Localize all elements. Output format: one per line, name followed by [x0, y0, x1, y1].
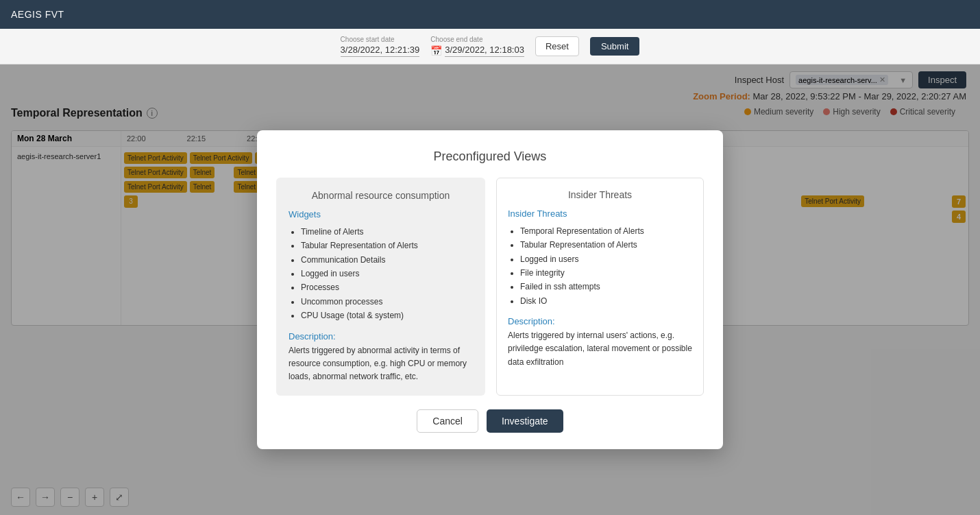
abnormal-resource-card[interactable]: Abnormal resource consumption Widgets Ti… [276, 178, 485, 396]
investigate-button[interactable]: Investigate [487, 409, 563, 433]
end-date-value[interactable]: 3/29/2022, 12:18:03 [445, 45, 524, 57]
card-right-widgets-list: Temporal Representation of Alerts Tabula… [508, 224, 692, 308]
reset-button[interactable]: Reset [535, 36, 579, 56]
list-item: Tabular Representation of Alerts [520, 238, 692, 252]
modal-title: Preconfigured Views [276, 149, 704, 164]
modal-footer: Cancel Investigate [276, 409, 704, 433]
list-item: Logged in users [301, 267, 473, 280]
submit-button[interactable]: Submit [590, 37, 639, 56]
list-item: Uncommon processes [301, 295, 473, 309]
start-date-label: Choose start date [341, 36, 420, 43]
card-right-subtitle: Insider Threats [508, 208, 692, 219]
list-item: Processes [301, 280, 473, 294]
calendar-icon: 📅 [430, 45, 442, 56]
card-left-widgets-list: Timeline of Alerts Tabular Representatio… [289, 225, 473, 323]
modal-cards: Abnormal resource consumption Widgets Ti… [276, 178, 704, 396]
card-left-title: Abnormal resource consumption [289, 190, 473, 201]
list-item: Failed in ssh attempts [520, 280, 692, 294]
card-right-desc-label: Description: [508, 316, 692, 326]
end-date-group: Choose end date 📅 3/29/2022, 12:18:03 [430, 36, 524, 57]
card-left-desc-label: Description: [289, 331, 473, 342]
list-item: Tabular Representation of Alerts [301, 239, 473, 252]
cancel-button[interactable]: Cancel [417, 409, 478, 433]
list-item: Temporal Representation of Alerts [520, 224, 692, 238]
card-left-widgets-label: Widgets [289, 209, 473, 219]
main-content: Inspect Host aegis-it-research-serv... ✕… [0, 64, 980, 515]
card-left-desc: Alerts triggered by abnormal activity in… [289, 344, 473, 384]
end-date-field: Choose end date 📅 3/29/2022, 12:18:03 [430, 36, 524, 57]
card-right-title: Insider Threats [508, 189, 692, 200]
insider-threats-card[interactable]: Insider Threats Insider Threats Temporal… [496, 178, 704, 396]
preconfigured-views-modal: Preconfigured Views Abnormal resource co… [257, 130, 723, 449]
list-item: File integrity [520, 266, 692, 280]
list-item: Timeline of Alerts [301, 225, 473, 239]
filter-bar: Choose start date 3/28/2022, 12:21:39 Ch… [0, 29, 980, 64]
top-navigation: AEGIS FVT [0, 0, 980, 29]
modal-overlay: Preconfigured Views Abnormal resource co… [0, 64, 980, 515]
start-date-field: Choose start date 3/28/2022, 12:21:39 [341, 36, 420, 57]
card-right-desc: Alerts triggered by internal users' acti… [508, 329, 692, 369]
list-item: Disk IO [520, 294, 692, 308]
start-date-value[interactable]: 3/28/2022, 12:21:39 [341, 45, 420, 57]
list-item: Logged in users [520, 252, 692, 266]
list-item: Communication Details [301, 253, 473, 267]
list-item: CPU Usage (total & system) [301, 309, 473, 322]
app-title: AEGIS FVT [11, 9, 64, 20]
end-date-label: Choose end date [430, 36, 524, 43]
